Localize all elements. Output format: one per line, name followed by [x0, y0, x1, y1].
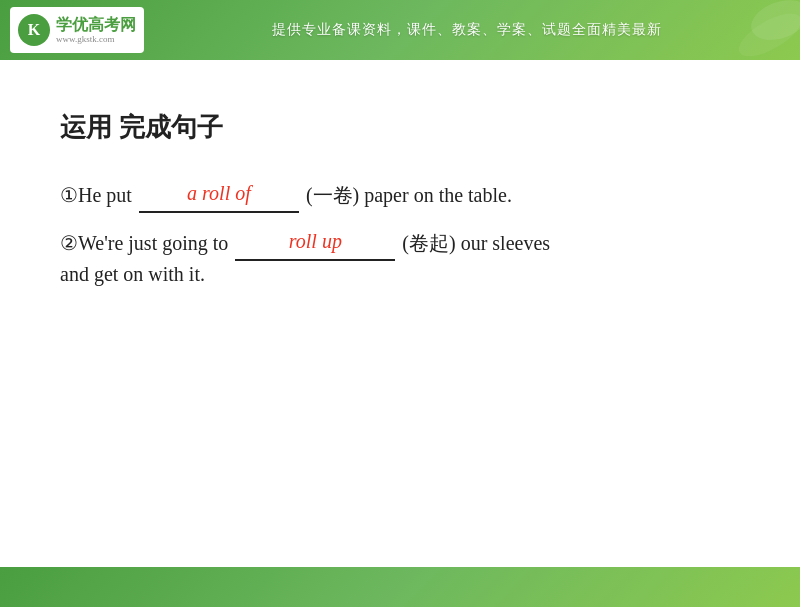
logo-icon: K [18, 14, 50, 46]
section-title: 运用 完成句子 [60, 110, 740, 145]
exercise1-blank: a roll of [139, 175, 299, 213]
logo-cn: 学优高考网 [56, 15, 136, 34]
header-slogan: 提供专业备课资料，课件、教案、学案、试题全面精美最新 [144, 21, 790, 39]
main-content: 运用 完成句子 ①He put a roll of (一卷) paper on … [0, 60, 800, 306]
exercise2-continuation: and get on with it. [60, 263, 740, 286]
page-header: K 学优高考网 www.gkstk.com 提供专业备课资料，课件、教案、学案、… [0, 0, 800, 60]
exercise2-answer: roll up [289, 230, 342, 252]
logo-url: www.gkstk.com [56, 34, 136, 45]
logo-area: K 学优高考网 www.gkstk.com [10, 7, 144, 53]
exercise1-suffix: (一卷) paper on the table. [306, 184, 512, 206]
exercise1-prefix: ①He put [60, 184, 132, 206]
logo-text: 学优高考网 www.gkstk.com [56, 15, 136, 45]
exercise2-prefix: ②We're just going to [60, 232, 228, 254]
exercise-2: ②We're just going to roll up (卷起) our sl… [60, 223, 740, 261]
exercise1-answer: a roll of [187, 182, 251, 204]
exercise-1: ①He put a roll of (一卷) paper on the tabl… [60, 175, 740, 213]
header-leaf-icon [720, 0, 800, 60]
exercise2-blank: roll up [235, 223, 395, 261]
exercise2-middle: (卷起) our sleeves [402, 232, 550, 254]
bottom-strip [0, 567, 800, 607]
